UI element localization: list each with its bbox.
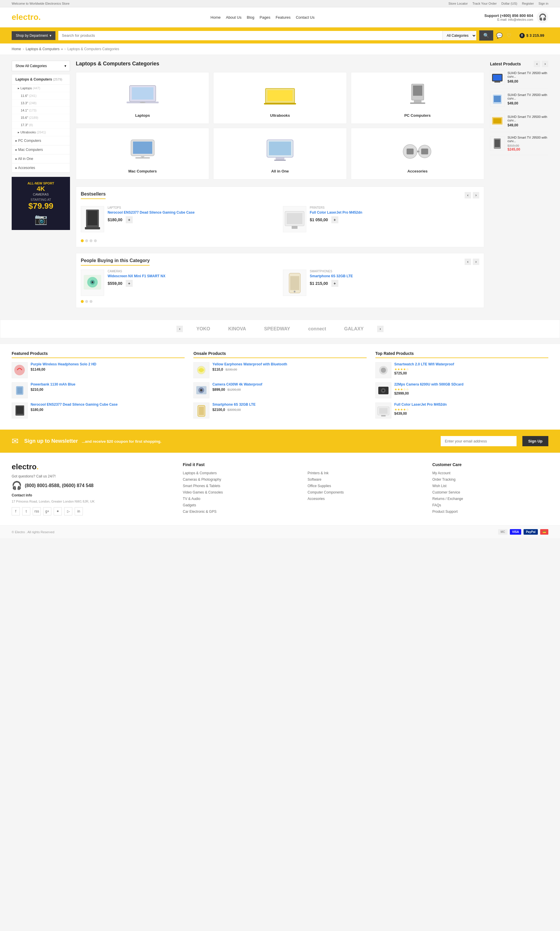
footer-link-faqs[interactable]: FAQs <box>432 503 548 507</box>
sidebar-item-ultrabooks[interactable]: ▸ Ultrabooks (2641) <box>12 129 70 136</box>
bestsellers-prev-button[interactable]: ‹ <box>465 192 471 199</box>
bestseller-name-1[interactable]: Nerocool ENS2377 Dead Silence Gaming Cub… <box>108 210 195 214</box>
footer-link-car[interactable]: Car Electronic & GPS <box>183 510 299 514</box>
track-order-link[interactable]: Track Your Order <box>472 2 497 5</box>
sidebar-item-all-in-one[interactable]: ▸ All in One <box>12 154 70 163</box>
shop-by-department-button[interactable]: Shop by Department ▾ <box>12 31 55 40</box>
footer-link-tv[interactable]: TV & Audio <box>183 497 299 501</box>
featured-name-3[interactable]: Nerocool ENS2377 Dead Silence Gaming Cub… <box>31 402 117 407</box>
footer-link-components[interactable]: Computer Components <box>308 490 424 495</box>
onsale-name-1[interactable]: Yellow Earphones Waterproof with Bluetoo… <box>212 362 287 366</box>
chat-icon[interactable]: 💬 <box>496 32 503 39</box>
sidebar-item-15[interactable]: 15.6" (2189) <box>12 114 70 122</box>
sidebar-item-laptops-computers[interactable]: Laptops & Computers (2579) <box>12 74 70 85</box>
brand-connect[interactable]: connect <box>304 326 331 331</box>
social-rss-icon[interactable]: rss <box>33 507 41 515</box>
nav-blog[interactable]: Blog <box>247 15 254 20</box>
top-rated-name-1[interactable]: Smartwatch 2.0 LTE Wifi Waterproof <box>394 362 454 366</box>
social-google-icon[interactable]: g+ <box>43 507 51 515</box>
newsletter-signup-button[interactable]: Sign Up <box>522 436 548 446</box>
brands-next-button[interactable]: › <box>377 326 383 332</box>
dot-4[interactable] <box>94 239 97 242</box>
category-card-ultrabooks[interactable]: Ultrabooks <box>213 72 346 124</box>
top-rated-name-2[interactable]: 22Mps Camera 6200U with 500GB SDcard <box>394 382 463 387</box>
onsale-name-3[interactable]: Smartphone 6S 32GB LTE <box>212 402 255 407</box>
buying-name-1[interactable]: Widescreen NX Mini F1 SMART NX <box>108 274 165 278</box>
people-buying-prev-button[interactable]: ‹ <box>465 259 471 265</box>
store-locator-link[interactable]: Store Locator <box>449 2 468 5</box>
dot-pb-1[interactable] <box>81 300 84 303</box>
footer-link-office[interactable]: Office Supplies <box>308 484 424 488</box>
social-linkedin-icon[interactable]: in <box>75 507 83 515</box>
dot-1[interactable] <box>81 239 84 242</box>
sidebar-item-11[interactable]: 11.6" (241) <box>12 92 70 100</box>
footer-link-printers[interactable]: Printers & Ink <box>308 471 424 475</box>
latest-prev-button[interactable]: ‹ <box>534 61 540 67</box>
category-card-pc-computers[interactable]: PC Computers <box>351 72 484 124</box>
social-twitter-icon[interactable]: t <box>22 507 30 515</box>
dot-2[interactable] <box>85 239 88 242</box>
nav-features[interactable]: Features <box>275 15 291 20</box>
brands-prev-button[interactable]: ‹ <box>177 326 183 332</box>
people-buying-next-button[interactable]: › <box>473 259 479 265</box>
logo[interactable]: electro. <box>12 12 41 22</box>
social-facebook-icon[interactable]: f <box>12 507 20 515</box>
sidebar-item-mac-computers[interactable]: ▸ Mac Computers <box>12 145 70 154</box>
nav-about[interactable]: About Us <box>226 15 242 20</box>
buying-add-button-2[interactable]: + <box>331 280 338 287</box>
category-card-laptops[interactable]: Laptops <box>76 72 209 124</box>
category-select[interactable]: All Categories <box>443 31 476 40</box>
nav-home[interactable]: Home <box>211 15 221 20</box>
search-button[interactable]: 🔍 <box>479 30 493 40</box>
footer-link-games[interactable]: Video Games & Consoles <box>183 490 299 495</box>
bestsellers-next-button[interactable]: › <box>473 192 479 199</box>
dot-3[interactable] <box>89 239 92 242</box>
featured-name-2[interactable]: Powerbank 1130 mAh Blue <box>31 382 75 387</box>
register-link[interactable]: Register <box>522 2 534 5</box>
category-card-mac-computers[interactable]: Mac Computers <box>76 128 209 179</box>
bestseller-add-button-1[interactable]: + <box>126 216 133 223</box>
wishlist-icon[interactable]: ♡ <box>507 32 511 39</box>
footer-link-laptops[interactable]: Laptops & Computers <box>183 471 299 475</box>
category-card-accesories[interactable]: Accesories <box>351 128 484 179</box>
brand-yoko[interactable]: YOKO <box>192 326 215 331</box>
footer-link-cameras[interactable]: Cameras & Photography <box>183 478 299 482</box>
breadcrumb-home[interactable]: Home <box>12 47 21 51</box>
signin-link[interactable]: Sign in <box>538 2 548 5</box>
top-rated-name-3[interactable]: Full Color LaserJet Pro M452dn <box>394 402 447 407</box>
onsale-name-2[interactable]: Camera C430W 4k Waterproof <box>212 382 262 387</box>
sidebar-item-laptops[interactable]: ▸ Laptops (447) <box>12 85 70 92</box>
nav-pages[interactable]: Pages <box>260 15 270 20</box>
newsletter-email-input[interactable] <box>441 436 517 446</box>
breadcrumb-laptops[interactable]: Laptops & Computers <box>26 47 60 51</box>
social-flickr-icon[interactable]: ⁕ <box>54 507 62 515</box>
brand-galaxy[interactable]: GALAXY <box>340 326 368 331</box>
footer-link-product-support[interactable]: Product Support <box>432 510 548 514</box>
category-card-all-in-one[interactable]: All in One <box>213 128 346 179</box>
latest-next-button[interactable]: › <box>542 61 548 67</box>
footer-link-software[interactable]: Software <box>308 478 424 482</box>
footer-link-account[interactable]: My Account <box>432 471 548 475</box>
sidebar-item-17[interactable]: 17.3" (8) <box>12 122 70 129</box>
sidebar-item-accesories[interactable]: ▸ Accesories <box>12 163 70 173</box>
currency-selector[interactable]: Dollar (US) <box>502 2 517 5</box>
footer-link-wishlist[interactable]: Wish List <box>432 484 548 488</box>
social-vimeo-icon[interactable]: ▷ <box>64 507 72 515</box>
sidebar-item-pc-computers[interactable]: ▸ PC Computers <box>12 136 70 145</box>
dot-pb-3[interactable] <box>89 300 92 303</box>
buying-add-button-1[interactable]: + <box>126 280 133 287</box>
cart-button[interactable]: 0 $ 3 215.99 <box>515 31 548 40</box>
show-categories-button[interactable]: Show All Categories ▾ <box>12 61 70 71</box>
footer-link-returns[interactable]: Returns / Exchange <box>432 497 548 501</box>
brand-kinova[interactable]: KINOVA <box>223 326 251 331</box>
footer-link-customer-service[interactable]: Customer Service <box>432 490 548 495</box>
nav-contact[interactable]: Contact Us <box>296 15 314 20</box>
bestseller-add-button-2[interactable]: + <box>331 216 338 223</box>
footer-link-order-tracking[interactable]: Order Tracking <box>432 478 548 482</box>
dot-pb-2[interactable] <box>85 300 88 303</box>
search-input[interactable] <box>58 31 442 40</box>
bestseller-name-2[interactable]: Full Color LaserJet Pro M452dn <box>310 210 362 214</box>
brand-speedway[interactable]: SPEEDWAY <box>259 326 295 331</box>
footer-link-gadgets[interactable]: Gadgets <box>183 503 299 507</box>
footer-link-accesories[interactable]: Accesories <box>308 497 424 501</box>
